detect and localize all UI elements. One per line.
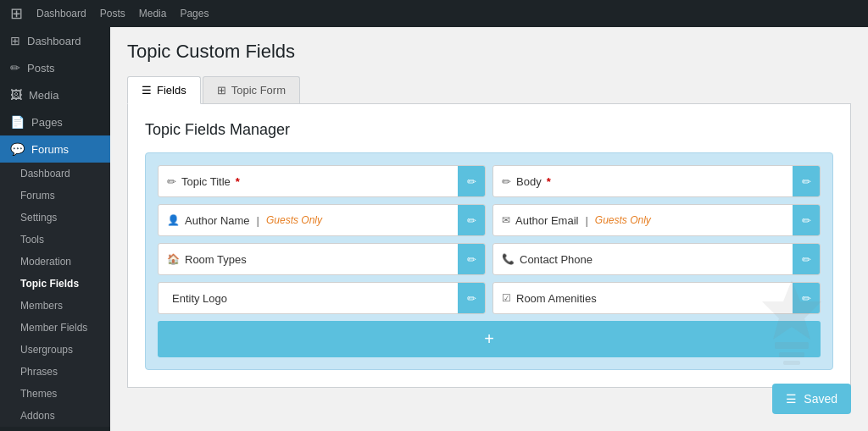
- sidebar-sub-item-tools[interactable]: Tools: [0, 229, 110, 251]
- field-row-entity-logo: Entity Logo ✏: [158, 282, 486, 314]
- topic-title-edit-button[interactable]: ✏: [458, 166, 485, 196]
- tab-topic-form-label: Topic Form: [231, 84, 286, 97]
- sidebar-label-forums: Forums: [31, 143, 69, 156]
- field-row-room-amenities: ☑ Room Amenities ✏: [492, 282, 821, 314]
- topic-title-required: *: [236, 175, 240, 188]
- sidebar-sub-item-usergroups[interactable]: Usergroups: [0, 339, 110, 361]
- sidebar-sub-item-members[interactable]: Members: [0, 295, 110, 317]
- sidebar-label-posts: Posts: [27, 62, 55, 75]
- sidebar: ⊞ Dashboard ✏ Posts 🖼 Media 📄 Pages 💬 Fo…: [0, 0, 110, 431]
- admin-bar-dashboard[interactable]: Dashboard: [36, 8, 86, 19]
- topic-title-field-icon: ✏: [167, 175, 176, 188]
- author-name-field-name: Author Name: [185, 214, 250, 227]
- posts-icon: ✏: [10, 61, 20, 75]
- sidebar-sub-item-topic-fields[interactable]: Topic Fields: [0, 273, 110, 295]
- sidebar-item-posts[interactable]: ✏ Posts: [0, 54, 110, 81]
- topic-form-tab-icon: ⊞: [217, 84, 226, 97]
- sidebar-item-forums[interactable]: 💬 Forums: [0, 135, 110, 163]
- tabs-container: ☰ Fields ⊞ Topic Form: [127, 76, 851, 104]
- forums-icon: 💬: [10, 142, 25, 156]
- author-email-field-icon: ✉: [502, 214, 510, 226]
- forums-submenu: Dashboard Forums Settings Tools Moderati…: [0, 163, 110, 427]
- room-amenities-field-name: Room Amenities: [516, 292, 597, 305]
- sidebar-sub-item-themes[interactable]: Themes: [0, 383, 110, 405]
- content-area: Topic Custom Fields ☰ Fields ⊞ Topic For…: [110, 27, 868, 401]
- room-types-field-name: Room Types: [185, 253, 247, 266]
- admin-bar-posts[interactable]: Posts: [100, 8, 125, 19]
- page-title: Topic Custom Fields: [127, 41, 851, 63]
- saved-icon: ☰: [786, 392, 797, 406]
- fields-manager: ✏ Topic Title * ✏ ✏ Body * ✏: [145, 152, 833, 370]
- sidebar-label-dashboard: Dashboard: [27, 35, 81, 47]
- field-row-author-email: ✉ Author Email | Guests Only ✏: [492, 204, 821, 236]
- field-content-author-name: 👤 Author Name | Guests Only: [159, 207, 458, 234]
- author-name-edit-button[interactable]: ✏: [458, 205, 485, 235]
- author-email-separator: |: [585, 214, 587, 227]
- sidebar-sub-item-member-fields[interactable]: Member Fields: [0, 317, 110, 339]
- sidebar-sub-item-moderation[interactable]: Moderation: [0, 251, 110, 273]
- white-box: Topic Fields Manager ✏ Topic Title * ✏: [127, 104, 851, 388]
- field-row-topic-title: ✏ Topic Title * ✏: [158, 165, 486, 197]
- body-field-name: Body: [516, 175, 542, 188]
- author-name-guests-label: Guests Only: [266, 214, 322, 226]
- room-amenities-field-icon: ☑: [502, 292, 511, 304]
- add-field-button[interactable]: +: [158, 321, 821, 357]
- room-amenities-edit-button[interactable]: ✏: [793, 283, 820, 313]
- field-row-contact-phone: 📞 Contact Phone ✏: [492, 243, 821, 275]
- entity-logo-edit-button[interactable]: ✏: [458, 283, 485, 313]
- tab-topic-form[interactable]: ⊞ Topic Form: [203, 76, 300, 103]
- admin-bar-pages[interactable]: Pages: [180, 8, 209, 19]
- field-content-author-email: ✉ Author Email | Guests Only: [493, 207, 793, 234]
- topic-title-field-name: Topic Title: [181, 175, 231, 188]
- author-name-separator: |: [257, 214, 259, 227]
- fields-grid: ✏ Topic Title * ✏ ✏ Body * ✏: [158, 165, 821, 314]
- body-edit-button[interactable]: ✏: [793, 166, 820, 196]
- field-row-body: ✏ Body * ✏: [492, 165, 821, 197]
- sidebar-label-pages: Pages: [31, 116, 63, 129]
- tab-fields-label: Fields: [157, 84, 186, 97]
- contact-phone-field-icon: 📞: [502, 253, 515, 265]
- admin-bar-media[interactable]: Media: [139, 8, 167, 19]
- author-name-field-icon: 👤: [167, 214, 180, 226]
- entity-logo-field-name: Entity Logo: [172, 292, 227, 305]
- field-content-contact-phone: 📞 Contact Phone: [493, 246, 793, 273]
- saved-label: Saved: [804, 392, 837, 406]
- sidebar-item-dashboard[interactable]: ⊞ Dashboard: [0, 27, 110, 54]
- saved-badge: ☰ Saved: [772, 384, 851, 414]
- contact-phone-edit-button[interactable]: ✏: [793, 244, 820, 274]
- sidebar-sub-item-dashboard[interactable]: Dashboard: [0, 163, 110, 185]
- sidebar-sub-item-settings[interactable]: Settings: [0, 207, 110, 229]
- room-types-field-icon: 🏠: [167, 253, 180, 265]
- field-content-body: ✏ Body *: [493, 169, 793, 195]
- wp-logo[interactable]: ⊞: [10, 4, 23, 23]
- field-content-entity-logo: Entity Logo: [159, 285, 458, 312]
- tab-fields[interactable]: ☰ Fields: [127, 76, 201, 104]
- field-content-room-amenities: ☑ Room Amenities: [493, 285, 793, 312]
- admin-bar: ⊞ Dashboard Posts Media Pages: [0, 0, 868, 27]
- room-types-edit-button[interactable]: ✏: [458, 244, 485, 274]
- field-content-room-types: 🏠 Room Types: [159, 246, 458, 273]
- main-content: Topic Custom Fields ☰ Fields ⊞ Topic For…: [110, 0, 868, 431]
- sidebar-label-media: Media: [29, 89, 58, 102]
- body-field-icon: ✏: [502, 175, 511, 188]
- sidebar-item-media[interactable]: 🖼 Media: [0, 81, 110, 108]
- author-email-field-name: Author Email: [515, 214, 578, 227]
- sidebar-sub-item-phrases[interactable]: Phrases: [0, 361, 110, 383]
- field-content-topic-title: ✏ Topic Title *: [159, 169, 458, 195]
- author-email-edit-button[interactable]: ✏: [793, 205, 820, 235]
- fields-tab-icon: ☰: [142, 84, 152, 97]
- sidebar-sub-item-forums[interactable]: Forums: [0, 185, 110, 207]
- author-email-guests-label: Guests Only: [595, 214, 651, 226]
- dashboard-icon: ⊞: [10, 34, 20, 47]
- body-required: *: [547, 175, 551, 188]
- field-row-author-name: 👤 Author Name | Guests Only ✏: [158, 204, 486, 236]
- media-icon: 🖼: [10, 88, 22, 102]
- sidebar-sub-item-addons[interactable]: Addons: [0, 405, 110, 427]
- field-row-room-types: 🏠 Room Types ✏: [158, 243, 486, 275]
- sidebar-item-pages[interactable]: 📄 Pages: [0, 108, 110, 135]
- pages-icon: 📄: [10, 115, 25, 129]
- section-title: Topic Fields Manager: [145, 121, 833, 139]
- contact-phone-field-name: Contact Phone: [520, 253, 593, 266]
